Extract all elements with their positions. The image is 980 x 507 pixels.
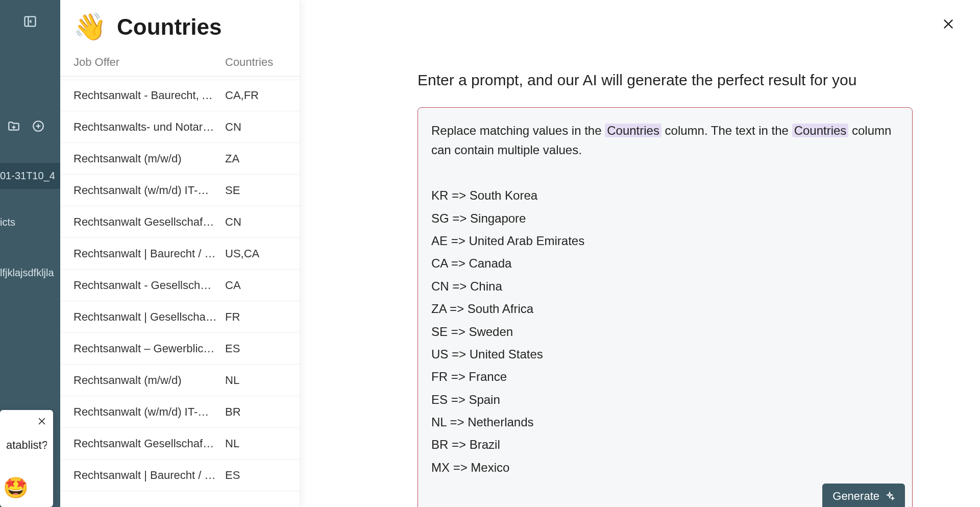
cell-joboffer: Rechtsanwalt (m/w/d) [74,152,225,165]
prompt-mappings: KR => South KoreaSG => SingaporeAE => Un… [431,186,899,477]
help-close-button[interactable] [37,415,47,429]
app-root: 01-31T10_4 icts lfjklajsdfkljla atablist… [0,0,980,507]
sparkle-icon [885,491,895,501]
ai-panel: Enter a prompt, and our AI will generate… [300,0,980,507]
data-panel: 👋 Countries Job Offer Countries Rechtsan… [60,0,300,507]
close-icon [37,416,47,426]
cell-joboffer: Rechtsanwalt Gesellschafts… [74,215,225,229]
table-row[interactable]: Rechtsanwalt (m/w/d)NL [60,365,300,396]
panel-title: Countries [117,14,222,40]
mapping-line: MX => Mexico [431,458,899,477]
mapping-line: SG => Singapore [431,209,899,228]
table-row[interactable]: Rechtsanwalt | Baurecht / U…US,CA [60,238,300,270]
wave-icon: 👋 [74,11,107,42]
close-icon [941,17,955,31]
cell-countries: CA [225,279,286,292]
table-row[interactable]: Rechtsanwalt | Gesellschaft…FR [60,301,300,333]
panel-left-icon [23,14,37,29]
table-row[interactable]: Rechtsanwalt Gesellschafts…NL [60,428,300,460]
folder-plus-icon [7,119,20,133]
mapping-line: CN => China [431,277,899,296]
table-row[interactable]: Rechtsanwalts- und Notarfa…CN [60,111,300,143]
table-row[interactable]: Rechtsanwalt (w/m/d) IT-Re…SE [60,175,300,206]
generate-button[interactable]: Generate [822,484,905,507]
table-body: Rechtsanwalt - Baurecht, Ar…CA,FRRechtsa… [60,77,300,507]
cell-countries: SE [225,184,286,197]
new-folder-button[interactable] [7,119,20,135]
mapping-line: ZA => South Africa [431,299,899,319]
token-countries[interactable]: Countries [605,124,662,137]
cell-countries: NL [225,374,286,387]
cell-joboffer: Rechtsanwalt (m/w/d) [74,374,225,387]
panel-title-row: 👋 Countries [60,0,300,56]
cell-joboffer: Rechtsanwalts- und Notarfa… [74,120,225,134]
plus-circle-icon [32,119,45,133]
cell-joboffer: Rechtsanwalt - Baurecht, Ar… [74,89,225,102]
table-row[interactable]: Rechtsanwalt | Baurecht / U…ES [60,460,300,491]
help-card: atablist? 🤩 [0,410,53,507]
prompt-line: Replace matching values in the Countries… [431,121,899,160]
cell-joboffer: Rechtsanwalt - Gesellschaft… [74,279,225,292]
mapping-line: CA => Canada [431,254,899,273]
cell-joboffer: Rechtsanwalt | Gesellschaft… [74,310,225,324]
table-row[interactable]: Rechtsanwalt - Baurecht, Ar…CA,FR [60,80,300,111]
cell-joboffer: Rechtsanwalt | Baurecht / U… [74,469,225,482]
cell-countries: US,CA [225,247,286,260]
mapping-line: FR => France [431,367,899,387]
mapping-line: AE => United Arab Emirates [431,231,899,251]
close-panel-button[interactable] [941,15,955,35]
table-header: Job Offer Countries [60,56,300,77]
generate-label: Generate [832,490,879,503]
prompt-input[interactable]: Replace matching values in the Countries… [418,107,913,507]
col-header-countries[interactable]: Countries [225,56,286,69]
help-text: atablist? [6,439,47,452]
mapping-line: KR => South Korea [431,186,899,205]
table-row[interactable]: Rechtsanwalt Gesellschafts…CN [60,206,300,238]
ai-headline: Enter a prompt, and our AI will generate… [418,71,913,89]
cell-countries: FR [225,310,286,324]
rail-item[interactable]: icts [0,211,60,233]
rail-item-selected[interactable]: 01-31T10_4 [0,163,60,189]
rail-collapse[interactable] [0,0,60,29]
cell-countries: ES [225,342,286,355]
col-header-joboffer[interactable]: Job Offer [74,56,225,69]
mapping-line: ES => Spain [431,390,899,409]
cell-joboffer: Rechtsanwalt – Gewerblich… [74,342,225,355]
mapping-line: NL => Netherlands [431,413,899,432]
mapping-line: US => United States [431,345,899,364]
table-row[interactable]: Rechtsanwalt (m/w/d)ZA [60,143,300,175]
cell-countries: BR [225,405,286,419]
mapping-line: SE => Sweden [431,322,899,342]
help-emoji-icon: 🤩 [3,476,29,500]
cell-countries: NL [225,437,286,450]
table-row[interactable]: Rechtsanwalt – Gewerblich…ES [60,333,300,365]
cell-joboffer: Rechtsanwalt (w/m/d) IT-Re… [74,405,225,419]
cell-countries: CN [225,215,286,229]
cell-joboffer: Rechtsanwalt (w/m/d) IT-Re… [74,184,225,197]
cell-joboffer: Rechtsanwalt | Baurecht / U… [74,247,225,260]
add-button[interactable] [32,119,45,135]
cell-countries: ZA [225,152,286,165]
cell-countries: CA,FR [225,89,286,102]
table-row[interactable]: Rechtsanwalt - Gesellschaft…CA [60,270,300,301]
cell-countries: ES [225,469,286,482]
rail-item[interactable]: lfjklajsdfkljla [0,262,60,284]
mapping-line: BR => Brazil [431,435,899,454]
nav-rail: 01-31T10_4 icts lfjklajsdfkljla atablist… [0,0,60,507]
cell-joboffer: Rechtsanwalt Gesellschafts… [74,437,225,450]
cell-countries: CN [225,120,286,134]
token-countries[interactable]: Countries [792,124,849,137]
table-row[interactable]: Rechtsanwalt (w/m/d) IT-Re…BR [60,396,300,428]
